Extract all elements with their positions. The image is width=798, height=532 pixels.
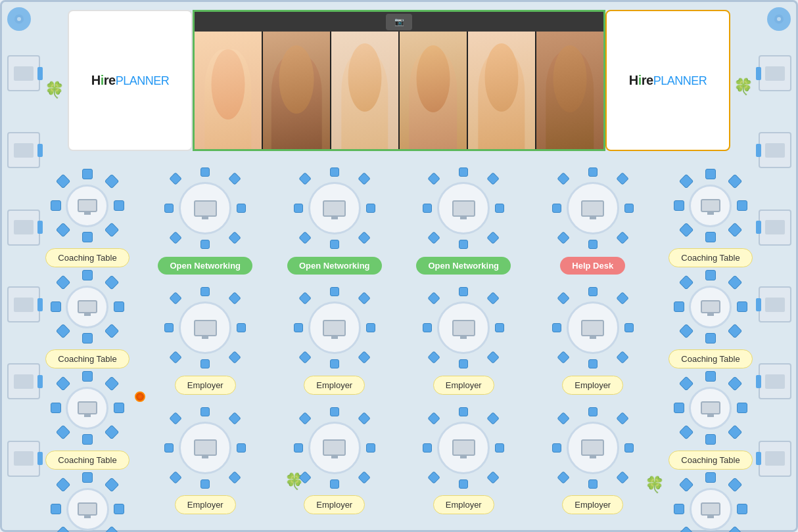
table-monitor [581, 200, 604, 217]
right-coaching-2[interactable]: Coaching Table [669, 267, 752, 368]
clover-1: 🍀 [45, 81, 64, 99]
left-coaching-3[interactable]: Coaching Table [45, 368, 129, 470]
wall-unit-fl-4 [7, 286, 40, 322]
grid-table-2-2 [292, 285, 377, 370]
person-video-5[interactable] [468, 32, 535, 149]
left-employer-table-1 [48, 470, 127, 532]
grid-cell-3-2[interactable]: Employer [273, 403, 397, 517]
far-right-wall-units [757, 35, 793, 497]
person-video-6[interactable] [536, 32, 603, 149]
right-coaching-label-1[interactable]: Coaching Table [669, 248, 752, 267]
left-coaching-table-1 [48, 166, 127, 245]
camera-icon: 📷 [386, 14, 412, 30]
left-coaching-1[interactable]: Coaching Table [45, 166, 129, 267]
right-coaching-3[interactable]: Coaching Table [669, 368, 752, 470]
corner-icon-tl [7, 7, 31, 31]
table-monitor [78, 199, 97, 212]
grid-table-1-4 [550, 166, 636, 251]
table-monitor [701, 401, 720, 414]
grid-cell-2-1[interactable]: Employer [143, 282, 268, 397]
right-employer-1[interactable]: Employer [671, 470, 750, 532]
grid-table-3-1 [162, 405, 248, 491]
person-video-3[interactable] [331, 32, 398, 149]
grid-cell-3-1[interactable]: Employer [143, 403, 268, 517]
employer-label-2-1[interactable]: Employer [175, 376, 236, 395]
logo-left-text: HirePLANNER [91, 73, 169, 88]
employer-label-2-3[interactable]: Employer [433, 376, 494, 395]
grid-cell-3-4[interactable]: Employer [531, 403, 655, 517]
grid-cell-1-2[interactable]: Open Networking [273, 163, 397, 277]
grid-table-3-2 [292, 405, 377, 491]
person-video-1[interactable] [195, 32, 262, 149]
coaching-table-label-2[interactable]: Coaching Table [45, 349, 129, 368]
employer-label-2-2[interactable]: Employer [304, 376, 365, 395]
employer-label-3-4[interactable]: Employer [562, 495, 623, 514]
wall-unit-fr-6 [759, 441, 791, 477]
wall-unit-fr-5 [759, 363, 791, 399]
table-circle [567, 182, 619, 234]
employer-label-2-4[interactable]: Employer [562, 376, 623, 395]
table-monitor [194, 320, 217, 336]
table-circle [179, 182, 231, 234]
grid-table-2-1 [162, 285, 248, 370]
video-top-bar: 📷 [195, 12, 603, 32]
right-coaching-label-2[interactable]: Coaching Table [669, 349, 752, 368]
grid-cell-1-1[interactable]: Open Networking [143, 163, 268, 277]
table-circle [66, 286, 108, 328]
right-coaching-1[interactable]: Coaching Table [669, 166, 752, 267]
table-monitor [452, 320, 475, 336]
left-employer-1[interactable]: Employer [48, 470, 127, 532]
table-circle [689, 286, 732, 328]
wall-unit-fl-3 [7, 210, 40, 246]
coaching-table-label-3[interactable]: Coaching Table [45, 451, 129, 470]
wall-unit-fr-3 [759, 210, 791, 246]
employer-label-3-2[interactable]: Employer [304, 495, 365, 514]
status-indicator [135, 391, 145, 402]
grid-cell-2-4[interactable]: Employer [531, 282, 655, 397]
grid-table-1-1 [162, 166, 248, 251]
table-monitor [323, 200, 346, 217]
person-video-2[interactable] [263, 32, 330, 149]
grid-cell-2-3[interactable]: Employer [402, 282, 526, 397]
wall-unit-fr-1 [759, 55, 791, 91]
left-sidebar-tables: Coaching Table Coaching Table [41, 166, 133, 523]
left-coaching-2[interactable]: Coaching Table [45, 267, 129, 368]
table-circle [308, 422, 361, 474]
left-coaching-table-2 [48, 267, 127, 346]
grid-table-1-3 [421, 166, 506, 251]
person-video-4[interactable] [400, 32, 467, 149]
grid-cell-2-2[interactable]: Employer [273, 282, 397, 397]
table-monitor [701, 300, 720, 313]
help-desk-label[interactable]: Help Desk [560, 257, 625, 275]
employer-label-3-3[interactable]: Employer [433, 495, 494, 514]
right-coaching-table-2 [671, 267, 750, 346]
right-employer-table-1 [671, 470, 750, 532]
table-circle [308, 301, 361, 354]
wall-unit-fr-4 [759, 286, 791, 322]
table-circle [437, 182, 490, 234]
table-circle [66, 387, 108, 430]
grid-cell-1-3[interactable]: Open Networking [402, 163, 526, 277]
table-circle [690, 488, 732, 531]
logo-left: HirePLANNER [68, 10, 193, 151]
grid-cell-3-3[interactable]: Employer [402, 403, 526, 517]
top-banner: HirePLANNER 📷 [68, 10, 730, 151]
employer-label-3-1[interactable]: Employer [175, 495, 236, 514]
logo-right: HirePLANNER [605, 10, 730, 151]
open-networking-label-1[interactable]: Open Networking [158, 257, 252, 275]
table-monitor [194, 439, 217, 456]
grid-table-2-3 [421, 285, 506, 370]
table-monitor [78, 401, 97, 414]
corner-icon-tr [767, 7, 791, 31]
table-monitor [78, 502, 97, 516]
right-coaching-label-3[interactable]: Coaching Table [669, 451, 752, 470]
open-networking-label-3[interactable]: Open Networking [416, 257, 511, 275]
table-circle [66, 488, 109, 531]
table-circle [308, 182, 361, 234]
wall-unit-fl-2 [7, 132, 40, 168]
coaching-table-label-1[interactable]: Coaching Table [45, 248, 129, 267]
table-circle [437, 301, 490, 354]
table-monitor [194, 200, 217, 217]
open-networking-label-2[interactable]: Open Networking [287, 257, 382, 275]
grid-cell-1-4[interactable]: Help Desk [531, 163, 655, 277]
